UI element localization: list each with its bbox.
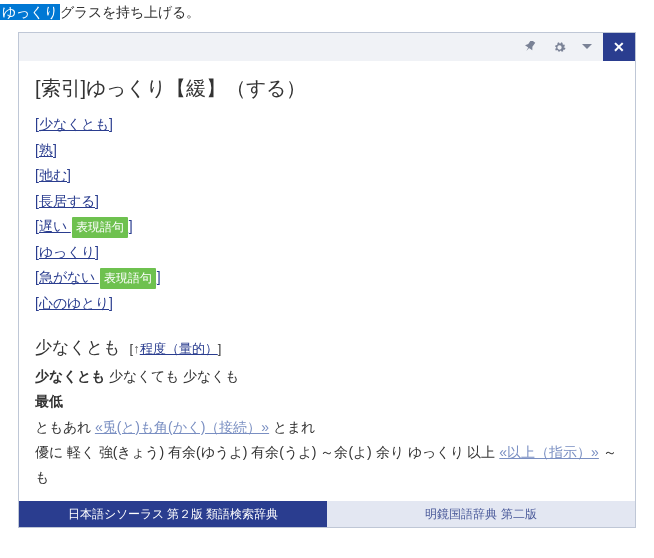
body-line: 優に 軽く 強(きょう) 有余(ゆうよ) 有余(うよ) ～余(よ) 余り ゆっく… — [35, 440, 619, 489]
popup-toolbar: ✕ — [19, 33, 635, 61]
section-header: 少なくとも [↑程度（量的）] — [35, 333, 619, 363]
chevron-down-icon[interactable] — [575, 35, 599, 59]
ref-link[interactable]: «兎(と)も角(かく)（接続）» — [95, 419, 269, 435]
entry-content[interactable]: [索引]ゆっくり【緩】（する） [少なくとも][熟][弛む][長居する][遅い … — [19, 61, 635, 501]
expression-tag: 表現語句 — [72, 217, 128, 238]
tab-active[interactable]: 日本語シソーラス 第２版 類語検索辞典 — [19, 501, 327, 527]
sections: 少なくとも [↑程度（量的）] 少なくとも 少なくても 少なくも最低ともあれ «… — [35, 333, 619, 501]
close-icon: ✕ — [613, 39, 625, 55]
index-item: [遅い 表現語句] — [35, 214, 619, 239]
index-item: [心のゆとり] — [35, 291, 619, 316]
category-link[interactable]: 程度（量的） — [140, 341, 218, 356]
example-sentence: ゆっくりグラスを持ち上げる。 — [0, 0, 654, 32]
dictionary-tabs: 日本語シソーラス 第２版 類語検索辞典明鏡国語辞典 第二版 — [19, 501, 635, 527]
gear-icon[interactable] — [547, 35, 571, 59]
dictionary-popup: ✕ [索引]ゆっくり【緩】（する） [少なくとも][熟][弛む][長居する][遅… — [18, 32, 636, 528]
body-line: 最低 — [35, 389, 619, 414]
index-item: [少なくとも] — [35, 112, 619, 137]
index-item: [弛む] — [35, 163, 619, 188]
highlighted-word: ゆっくり — [0, 4, 60, 20]
index-item: [長居する] — [35, 189, 619, 214]
index-link[interactable]: [少なくとも] — [35, 116, 113, 132]
index-item: [急がない 表現語句] — [35, 265, 619, 290]
index-link[interactable]: [弛む] — [35, 167, 71, 183]
index-link[interactable]: [遅い 表現語句] — [35, 218, 133, 234]
ref-link[interactable]: «以上（指示）» — [499, 444, 599, 460]
body-line: 少なくとも 少なくても 少なくも — [35, 364, 619, 389]
expression-tag: 表現語句 — [100, 268, 156, 289]
body-line: ともあれ «兎(と)も角(かく)（接続）» とまれ — [35, 415, 619, 440]
tab-inactive[interactable]: 明鏡国語辞典 第二版 — [327, 501, 635, 527]
index-item: [ゆっくり] — [35, 240, 619, 265]
sentence-rest: グラスを持ち上げる。 — [60, 4, 200, 20]
index-list: [少なくとも][熟][弛む][長居する][遅い 表現語句][ゆっくり][急がない… — [35, 112, 619, 315]
close-button[interactable]: ✕ — [603, 33, 635, 61]
uplink-wrap: [↑程度（量的）] — [126, 341, 221, 356]
index-link[interactable]: [ゆっくり] — [35, 244, 99, 260]
index-link[interactable]: [急がない 表現語句] — [35, 269, 161, 285]
headword: [索引]ゆっくり【緩】（する） — [35, 71, 619, 106]
index-link[interactable]: [長居する] — [35, 193, 99, 209]
pin-icon[interactable] — [519, 35, 543, 59]
index-item: [熟] — [35, 138, 619, 163]
index-link[interactable]: [熟] — [35, 142, 57, 158]
index-link[interactable]: [心のゆとり] — [35, 295, 113, 311]
